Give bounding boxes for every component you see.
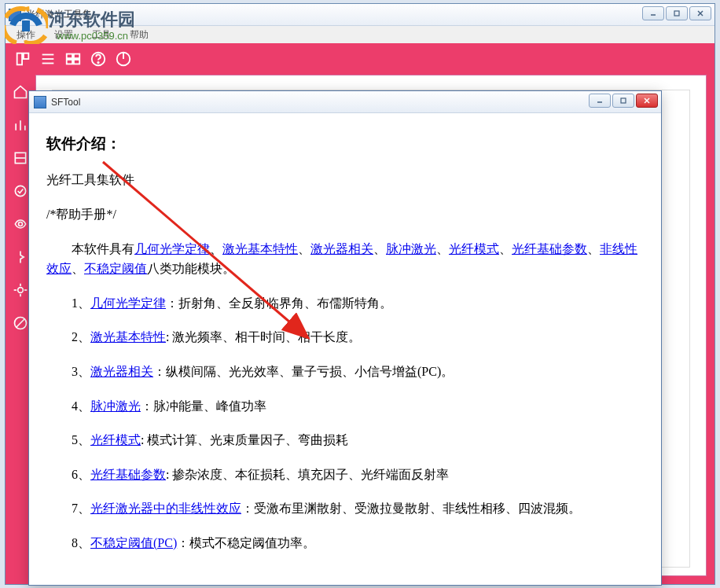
main-window-title: 光纤激光工具集 [26,8,92,21]
toolbar-tool-1[interactable] [13,50,32,68]
svg-rect-2 [674,11,679,16]
toolbar-tool-2[interactable] [39,50,57,68]
intro-link-4[interactable]: 光纤模式 [449,242,499,255]
sidebar-item-4[interactable] [11,182,30,200]
list-item: 7、光纤激光器中的非线性效应：受激布里渊散射、受激拉曼散射、非线性相移、四波混频… [46,498,644,519]
intro-link-1[interactable]: 激光基本特性 [222,242,298,255]
doc-list: 1、几何光学定律：折射角、全反射临界角、布儒斯特角。 2、激光基本特性: 激光频… [46,293,644,553]
sidebar-item-1[interactable] [11,83,30,101]
dialog-minimize-button[interactable] [589,94,611,108]
svg-rect-13 [74,60,79,64]
doc-subtitle: 光纤工具集软件 [46,170,644,190]
toolbar-help-icon[interactable] [89,50,108,68]
menu-tools[interactable]: 工具 [86,27,117,43]
menubar: 操作 设置 工具 帮助 [6,26,714,43]
doc-intro: 本软件具有几何光学定律、激光基本特性、激光器相关、脉冲激光、光纤模式、光纤基础参… [46,239,644,279]
dialog-app-icon [34,96,46,108]
intro-prefix: 本软件具有 [72,242,134,255]
svg-rect-10 [67,54,72,59]
intro-link-0[interactable]: 几何光学定律 [134,242,210,255]
list-link-7[interactable]: 不稳定阈值(PC) [90,536,177,549]
svg-point-15 [97,62,98,63]
list-link-5[interactable]: 光纤基础参数 [90,468,166,481]
intro-link-2[interactable]: 激光器相关 [310,242,373,255]
list-link-1[interactable]: 激光基本特性 [90,330,166,344]
menu-operate[interactable]: 操作 [10,27,42,43]
maximize-button[interactable] [666,6,688,20]
svg-rect-6 [24,53,28,59]
close-button[interactable] [689,6,711,20]
doc-heading: 软件介绍： [46,132,644,156]
svg-point-24 [19,222,23,226]
doc-note: /*帮助手册*/ [46,204,644,225]
toolbar-tool-3[interactable] [64,50,83,68]
intro-link-7[interactable]: 不稳定阈值 [84,262,147,275]
toolbar-power-icon[interactable] [114,50,133,68]
list-item: 6、光纤基础参数: 掺杂浓度、本征损耗、填充因子、光纤端面反射率 [46,465,644,485]
toolbar [6,43,714,75]
app-icon [9,9,21,21]
dialog-title: SFTool [51,97,80,108]
dialog-titlebar: SFTool [29,91,661,113]
list-link-4[interactable]: 光纤模式 [90,433,141,447]
sidebar-item-3[interactable] [11,149,30,167]
list-item: 8、不稳定阈值(PC)：模式不稳定阈值功率。 [46,533,644,553]
minimize-button[interactable] [642,6,664,20]
sidebar-item-5[interactable] [11,215,30,233]
list-link-2[interactable]: 激光器相关 [90,365,153,378]
list-link-3[interactable]: 脉冲激光 [90,399,141,413]
svg-line-31 [17,319,24,327]
list-link-0[interactable]: 几何光学定律 [90,296,166,310]
intro-suffix: 八类功能模块。 [147,262,235,275]
intro-link-5[interactable]: 光纤基础参数 [512,242,587,255]
list-item: 3、激光器相关：纵模间隔、光光效率、量子亏损、小信号增益(PC)。 [46,362,644,382]
sidebar-item-7[interactable] [11,281,30,300]
dialog-close-button[interactable] [636,94,658,108]
svg-rect-11 [74,54,79,59]
menu-settings[interactable]: 设置 [48,27,79,43]
svg-point-23 [15,186,25,196]
sftool-dialog: SFTool 软件介绍： 光纤工具集软件 /*帮助手册*/ 本软件具有几何光学定… [28,90,662,586]
list-item: 1、几何光学定律：折射角、全反射临界角、布儒斯特角。 [46,293,644,314]
list-item: 2、激光基本特性: 激光频率、相干时间、相干长度。 [46,327,644,347]
intro-link-3[interactable]: 脉冲激光 [386,242,436,255]
list-item: 4、脉冲激光：脉冲能量、峰值功率 [46,396,644,417]
svg-rect-33 [621,98,626,103]
svg-rect-5 [17,53,22,65]
list-item: 5、光纤模式: 模式计算、光束质量因子、弯曲损耗 [46,430,644,450]
main-titlebar: 光纤激光工具集 [6,4,714,26]
sidebar-item-8[interactable] [11,314,30,333]
svg-rect-12 [67,60,72,64]
dialog-body: 软件介绍： 光纤工具集软件 /*帮助手册*/ 本软件具有几何光学定律、激光基本特… [29,113,661,585]
dialog-maximize-button[interactable] [612,94,634,108]
menu-help[interactable]: 帮助 [123,27,155,43]
sidebar-item-2[interactable] [11,116,30,134]
sidebar-item-6[interactable] [11,248,30,266]
list-link-6[interactable]: 光纤激光器中的非线性效应 [90,502,241,515]
svg-point-25 [18,288,24,293]
